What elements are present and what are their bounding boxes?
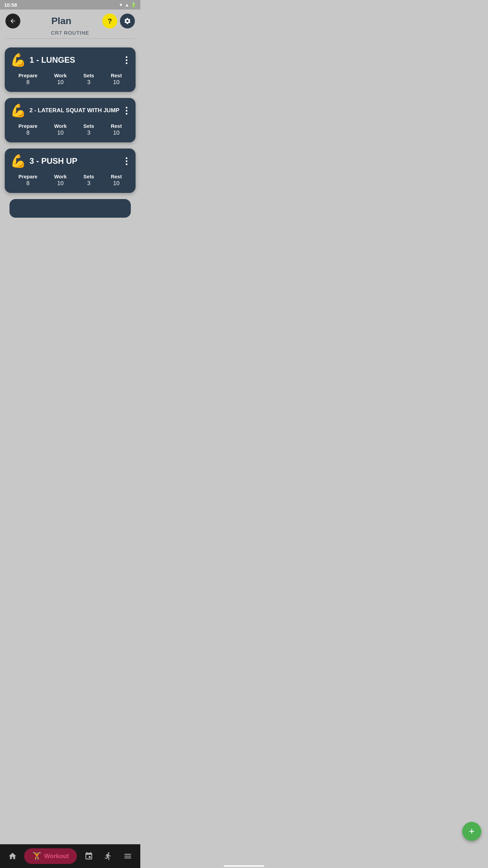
stat-rest-3: Rest 10: [111, 174, 122, 187]
exercise-card-2: 💪 2 - LATERAL SQUAT WITH JUMP Prepare 8 …: [5, 98, 136, 142]
back-button[interactable]: [5, 14, 20, 28]
header-actions: ?: [102, 14, 135, 28]
stat-sets-2: Sets 3: [83, 123, 94, 136]
help-button[interactable]: ?: [102, 14, 117, 28]
stat-sets-3: Sets 3: [83, 174, 94, 187]
exercise-menu-1[interactable]: [123, 55, 130, 65]
stat-work-2: Work 10: [54, 123, 67, 136]
header: Plan ? CR7 ROUTINE: [0, 9, 140, 41]
exercise-card-1: 💪 1 - LUNGES Prepare 8 Work 10 Sets 3 Re…: [5, 47, 136, 92]
exercise-name-1: 1 - LUNGES: [29, 55, 75, 65]
stat-work-1: Work 10: [54, 73, 67, 86]
stat-prepare-3: Prepare 8: [19, 174, 38, 187]
exercise-menu-2[interactable]: [123, 105, 130, 116]
status-time: 10:58: [4, 2, 17, 8]
stat-sets-1: Sets 3: [83, 73, 94, 86]
exercise-emoji-3: 💪: [10, 155, 26, 167]
exercise-name-2: 2 - LATERAL SQUAT WITH JUMP: [29, 107, 119, 114]
settings-icon: [124, 17, 131, 25]
exercise-emoji-1: 💪: [10, 54, 26, 66]
stat-work-3: Work 10: [54, 174, 67, 187]
stat-prepare-1: Prepare 8: [19, 73, 38, 86]
exercise-emoji-2: 💪: [10, 104, 26, 117]
exercise-menu-3[interactable]: [123, 156, 130, 166]
routine-subtitle: CR7 ROUTINE: [51, 30, 89, 36]
signal-icon: ▲: [125, 2, 129, 7]
exercise-name-3: 3 - PUSH UP: [29, 156, 77, 166]
battery-icon: 🔋: [131, 2, 136, 7]
settings-button[interactable]: [120, 14, 135, 28]
stat-rest-1: Rest 10: [111, 73, 122, 86]
exercise-card-3: 💪 3 - PUSH UP Prepare 8 Work 10 Sets 3 R…: [5, 149, 136, 193]
header-divider: [5, 38, 135, 39]
wifi-icon: ▼: [119, 2, 123, 7]
stat-prepare-2: Prepare 8: [19, 123, 38, 136]
status-icons: ▼ ▲ 🔋: [119, 2, 136, 7]
status-bar: 10:58 ▼ ▲ 🔋: [0, 0, 140, 9]
exercise-list: 💪 1 - LUNGES Prepare 8 Work 10 Sets 3 Re…: [0, 41, 140, 248]
stat-rest-2: Rest 10: [111, 123, 122, 136]
page-title: Plan: [51, 16, 71, 26]
back-icon: [9, 18, 16, 24]
partial-card: [9, 199, 131, 218]
